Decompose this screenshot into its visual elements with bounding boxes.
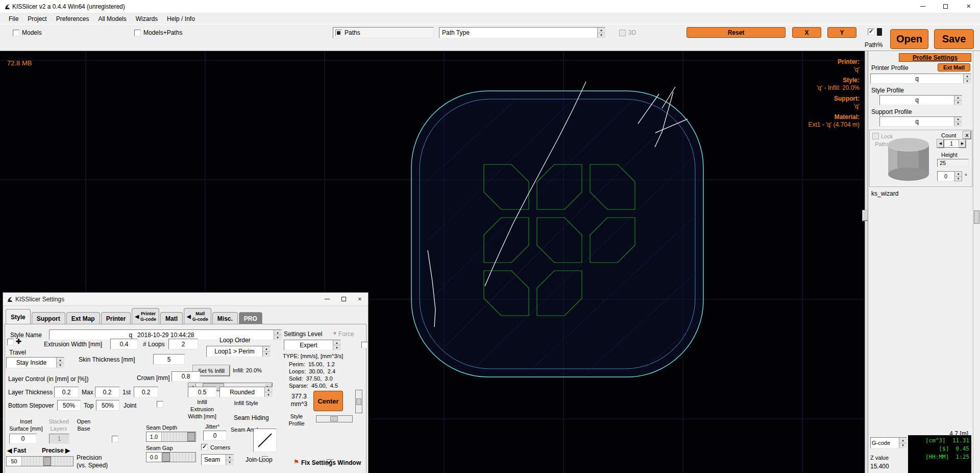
- menu-all-models[interactable]: All Models: [93, 14, 131, 23]
- settings-minimize-button[interactable]: [319, 293, 335, 305]
- settings-level-checkbox[interactable]: [361, 342, 368, 348]
- reset-button[interactable]: Reset: [687, 27, 786, 38]
- minimize-button[interactable]: [911, 0, 934, 13]
- open-button[interactable]: Open: [890, 29, 928, 49]
- seam-angle-widget[interactable]: [253, 429, 277, 452]
- tab-printer-gcode[interactable]: ◀ Printer G-code: [132, 308, 159, 324]
- menu-file[interactable]: File: [4, 14, 23, 23]
- tab-misc[interactable]: Misc.: [212, 312, 238, 324]
- force-collapse-icon[interactable]: ▼: [332, 330, 337, 336]
- stepper-arrows-icon[interactable]: [333, 340, 340, 350]
- count-spinner[interactable]: ◀ 1 ▶: [937, 139, 966, 148]
- settings-close-button[interactable]: ✕: [352, 293, 368, 305]
- tab-style[interactable]: Style: [6, 309, 31, 324]
- max-thickness-input[interactable]: 0.2: [95, 387, 119, 397]
- stepper-arrows-icon[interactable]: [56, 358, 64, 368]
- settings-level-dropdown[interactable]: Expert: [284, 340, 341, 350]
- seam-depth-slider[interactable]: 1.0: [146, 432, 196, 442]
- layer-thickness-input[interactable]: 0.2: [54, 387, 79, 397]
- profile-settings-header[interactable]: Profile Settings: [899, 53, 971, 62]
- menu-project[interactable]: Project: [23, 14, 51, 23]
- right-scrollbar-thumb[interactable]: [974, 210, 979, 224]
- style-profile-dropdown[interactable]: q: [879, 95, 962, 105]
- x-axis-button[interactable]: X: [792, 27, 821, 38]
- infill-style-dropdown[interactable]: Rounded: [219, 387, 273, 397]
- seam-gap-slider-thumb[interactable]: [162, 453, 170, 462]
- y-axis-button[interactable]: Y: [827, 27, 856, 38]
- height-input[interactable]: 25: [937, 159, 969, 167]
- corners-checkbox[interactable]: Corners: [201, 444, 230, 451]
- stepper-arrows-icon[interactable]: [597, 28, 605, 38]
- path-percent-checkbox[interactable]: [868, 29, 874, 35]
- stepper-arrows-icon[interactable]: [963, 74, 971, 83]
- models-checkbox[interactable]: Models: [13, 29, 42, 36]
- angle-stepper-icon[interactable]: [954, 171, 962, 181]
- stepper-arrows-icon[interactable]: [262, 346, 270, 357]
- style-profile-slider[interactable]: [316, 415, 353, 422]
- style-profile-slider-thumb[interactable]: [330, 416, 338, 421]
- paths-checkbox-box[interactable]: [335, 30, 342, 36]
- three-d-checkbox[interactable]: 3D: [619, 29, 636, 36]
- lock-paths-checkbox[interactable]: [872, 133, 879, 139]
- seam-dropdown[interactable]: Seam: [201, 454, 234, 465]
- three-d-checkbox-box[interactable]: [619, 30, 626, 36]
- inset-surface-input[interactable]: 0: [9, 434, 37, 444]
- precision-slider[interactable]: 50: [6, 456, 74, 466]
- right-scrollbar[interactable]: [973, 51, 980, 473]
- open-base-checkbox[interactable]: [112, 436, 118, 442]
- skin-thickness-input[interactable]: 5: [153, 354, 185, 365]
- models-paths-checkbox-box[interactable]: [134, 30, 141, 36]
- path-type-dropdown[interactable]: Path Type: [439, 27, 605, 38]
- loop-order-dropdown[interactable]: Loop1 > Perim: [206, 346, 271, 357]
- tab-ext-map[interactable]: Ext Map: [66, 312, 100, 324]
- menu-wizards[interactable]: Wizards: [131, 14, 162, 23]
- num-loops-input[interactable]: 2: [168, 339, 198, 349]
- jitter-input[interactable]: 0: [203, 431, 227, 441]
- count-decrement-icon[interactable]: ◀: [937, 139, 944, 148]
- joint-checkbox[interactable]: [157, 401, 163, 408]
- tab-printer[interactable]: Printer: [101, 312, 131, 324]
- center-vertical-slider-thumb[interactable]: [356, 398, 361, 405]
- paths-toggle[interactable]: Paths: [333, 27, 434, 38]
- tab-matl-gcode[interactable]: ◀ Matl G-code: [184, 308, 211, 324]
- angle-input[interactable]: 0: [937, 171, 954, 181]
- stepper-arrows-icon[interactable]: [226, 455, 233, 465]
- corners-checkbox-box[interactable]: [201, 444, 208, 451]
- stepper-arrows-icon[interactable]: [954, 117, 962, 126]
- maximize-button[interactable]: [934, 0, 957, 13]
- menu-help-info[interactable]: Help / Info: [162, 14, 200, 23]
- add-icon[interactable]: ✚: [16, 338, 21, 345]
- count-increment-icon[interactable]: ▶: [959, 139, 966, 148]
- center-vertical-slider[interactable]: [355, 390, 362, 413]
- center-button[interactable]: Center: [313, 391, 343, 411]
- bottom-stepover-input[interactable]: 50%: [57, 400, 81, 411]
- seam-depth-slider-thumb[interactable]: [187, 432, 195, 441]
- printer-profile-dropdown[interactable]: q: [870, 74, 971, 84]
- precision-slider-thumb[interactable]: [43, 457, 51, 466]
- count-value[interactable]: 1: [944, 139, 959, 148]
- first-layer-input[interactable]: 0.2: [134, 387, 158, 397]
- menu-preferences[interactable]: Preferences: [52, 14, 94, 23]
- stepper-arrows-icon[interactable]: [274, 330, 281, 340]
- tab-matl[interactable]: Matl: [160, 312, 183, 324]
- stacked-layers-input[interactable]: 1: [49, 434, 69, 444]
- models-paths-checkbox[interactable]: Models+Paths: [134, 29, 182, 36]
- support-profile-dropdown[interactable]: q: [879, 116, 962, 127]
- stepper-arrows-icon[interactable]: [899, 438, 906, 448]
- models-checkbox-box[interactable]: [13, 30, 19, 36]
- close-button[interactable]: ✕: [957, 0, 980, 13]
- settings-window-titlebar[interactable]: KISSlicer Settings ✕: [3, 293, 368, 306]
- tab-support[interactable]: Support: [32, 312, 65, 324]
- group-close-button[interactable]: X: [963, 131, 971, 139]
- seam-gap-slider[interactable]: 0.0: [146, 452, 196, 462]
- ext-matl-button[interactable]: Ext Matl: [938, 63, 970, 72]
- travel-checkbox[interactable]: [7, 339, 14, 345]
- tab-pro[interactable]: PRO: [239, 312, 262, 324]
- extrusion-width-input[interactable]: 0.4: [110, 339, 138, 349]
- top-stepover-input[interactable]: 50%: [96, 400, 119, 411]
- stepper-arrows-icon[interactable]: [954, 96, 962, 105]
- stepper-arrows-icon[interactable]: [264, 387, 272, 397]
- settings-maximize-button[interactable]: [335, 293, 352, 305]
- infill-extrusion-width-input[interactable]: 0.5: [188, 387, 216, 397]
- save-button[interactable]: Save: [934, 29, 974, 49]
